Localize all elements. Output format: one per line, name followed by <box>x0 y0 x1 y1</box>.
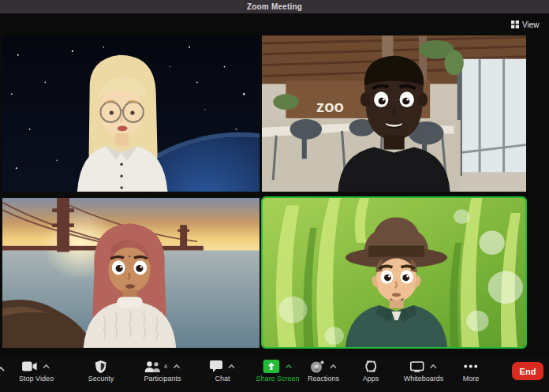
share-screen-icon <box>263 360 279 373</box>
window-title: Zoom Meeting <box>247 2 302 11</box>
meeting-toolbar: Stop Video Security 4 <box>0 357 549 392</box>
participant-video-bridge-woman[interactable] <box>2 198 260 348</box>
shield-icon <box>95 360 106 373</box>
apps-label: Apps <box>363 375 379 383</box>
video-camera-icon <box>23 361 38 371</box>
whiteboards-chevron-icon[interactable] <box>430 364 437 368</box>
share-screen-chevron-icon[interactable] <box>285 364 292 368</box>
avatar-office-man: zoo <box>262 35 526 192</box>
stop-video-chevron-icon[interactable] <box>43 364 50 368</box>
participant-video-space-woman[interactable] <box>2 35 260 192</box>
security-label: Security <box>88 375 114 383</box>
grid-view-icon <box>511 21 519 28</box>
participants-chevron-icon[interactable] <box>173 364 180 368</box>
reactions-emoji-icon <box>310 360 324 373</box>
participants-count: 4 <box>164 363 167 370</box>
more-dots-icon <box>464 364 478 368</box>
whiteboard-icon <box>410 361 424 372</box>
background-sign-text: zoo <box>316 98 344 115</box>
share-screen-label: Share Screen <box>256 375 299 383</box>
end-button-label: End <box>520 367 536 376</box>
chat-chevron-icon[interactable] <box>228 364 235 368</box>
chat-button[interactable]: Chat <box>210 360 235 383</box>
reactions-chevron-icon[interactable] <box>330 364 337 368</box>
participants-button[interactable]: 4 Participants <box>144 360 181 383</box>
view-button-label: View <box>522 21 540 29</box>
end-meeting-button[interactable]: End <box>512 362 543 380</box>
stop-video-label: Stop Video <box>19 375 54 383</box>
whiteboards-label: Whiteboards <box>404 375 444 383</box>
apps-button[interactable]: Apps <box>363 360 379 383</box>
mute-chevron-partial[interactable] <box>0 367 5 371</box>
reactions-label: Reactions <box>308 375 339 383</box>
avatar-bridge-woman <box>2 198 260 348</box>
participant-video-office-man[interactable]: zoo <box>262 35 526 192</box>
zoom-meeting-window: Zoom Meeting View <box>0 0 549 392</box>
apps-icon <box>364 360 376 372</box>
chat-label: Chat <box>215 375 230 383</box>
share-screen-button[interactable]: Share Screen <box>256 360 299 383</box>
stop-video-button[interactable]: Stop Video <box>19 360 54 383</box>
window-titlebar: Zoom Meeting <box>0 0 549 13</box>
more-label: More <box>463 375 480 383</box>
reactions-button[interactable]: Reactions <box>308 360 339 383</box>
avatar-space-woman <box>2 35 260 192</box>
participants-label: Participants <box>144 375 181 383</box>
participants-icon <box>145 361 161 372</box>
more-button[interactable]: More <box>463 360 480 383</box>
security-button[interactable]: Security <box>88 360 114 383</box>
whiteboards-button[interactable]: Whiteboards <box>404 360 444 383</box>
chat-bubble-icon <box>210 360 222 372</box>
participant-video-grass-man-active[interactable] <box>261 196 527 349</box>
view-button[interactable]: View <box>511 19 540 30</box>
avatar-grass-man <box>263 198 525 347</box>
